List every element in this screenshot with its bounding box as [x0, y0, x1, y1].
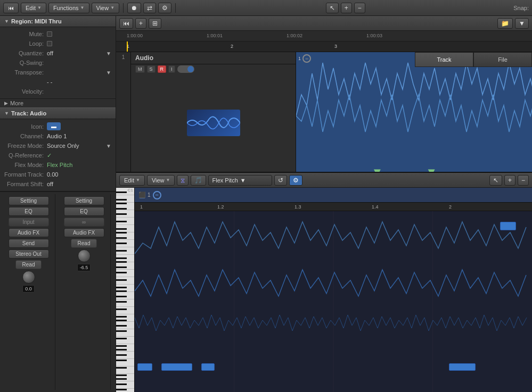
file-tab[interactable]: File: [473, 52, 532, 67]
note-block-3[interactable]: [201, 363, 215, 371]
pointer-tool-btn[interactable]: ↖: [489, 175, 502, 186]
rewind-btn[interactable]: ⏮: [3, 3, 19, 13]
filter-btn[interactable]: ⚙: [158, 3, 171, 13]
setting-btn-1[interactable]: Setting: [9, 196, 49, 205]
time-marker-3: 1:00:03: [366, 33, 382, 38]
note-block-1[interactable]: [137, 363, 152, 371]
algorithm-icon-btn[interactable]: ⧖: [177, 175, 189, 186]
editor-beat-ruler: 1 1.2 1.3 1.4 2: [135, 203, 532, 211]
audiofx-btn-2[interactable]: Audio FX: [64, 228, 104, 237]
arr-add-btn[interactable]: +: [135, 18, 146, 29]
track-collapse-icon[interactable]: ▼: [4, 111, 9, 116]
editor-view-btn[interactable]: View ▼: [147, 175, 175, 186]
channel-strip-2: Setting EQ ∞ Audio FX Read -6.5: [58, 194, 111, 390]
input-monitor-btn[interactable]: I: [168, 65, 175, 73]
velocity-row: Velocity:: [0, 87, 116, 96]
track-title: Track: Audio: [11, 110, 46, 116]
track-toggle[interactable]: [177, 65, 194, 73]
more-row[interactable]: ▶ More: [0, 99, 116, 107]
track-controls: M S R I: [131, 64, 296, 74]
track-number-col: 1: [116, 52, 131, 172]
mute-checkbox[interactable]: [47, 31, 52, 37]
loop-checkbox[interactable]: [47, 41, 52, 46]
arrangement-area: ⏮ + ⊞ 📁 ▼ 1:00:00 1:00:01 1:00:02 1:00:0…: [116, 16, 532, 173]
flex-mode-row: Flex Mode: Flex Pitch ◀: [0, 160, 116, 170]
audiofx-btn-1[interactable]: Audio FX: [9, 228, 49, 237]
note-block-2[interactable]: [161, 363, 192, 371]
functions-btn[interactable]: Functions ▼: [48, 3, 89, 13]
top-right-note[interactable]: [500, 222, 516, 230]
transpose-arrow-icon[interactable]: ▼: [106, 70, 111, 76]
eq-btn-1[interactable]: EQ: [9, 207, 49, 216]
cycle-btn[interactable]: ⇄: [143, 3, 156, 13]
view-arrow: ▼: [110, 5, 114, 10]
arr-folder-btn[interactable]: 📁: [497, 18, 513, 29]
send-btn-1[interactable]: Send: [9, 239, 49, 248]
editor-minus-btn[interactable]: −: [518, 175, 529, 186]
input-btn-1[interactable]: Input: [9, 218, 49, 227]
region-collapse-icon[interactable]: ▼: [4, 19, 9, 24]
capture-btn[interactable]: ⏺: [127, 3, 141, 13]
time-marker-0: 1:00:00: [127, 33, 143, 38]
quantize-row: Quantize: off ▼: [0, 48, 116, 58]
editor-track-num: 1: [148, 192, 151, 198]
editor-waveform-area: ⬛ 1 ∞ 1 1.2 1.3 1.4 2: [135, 188, 532, 392]
freeze-mode-arrow-icon[interactable]: ▼: [106, 143, 111, 149]
flex-pitch-label: Flex Pitch: [212, 177, 238, 184]
formant-shift-value: off: [47, 181, 53, 187]
track-header: ▼ Track: Audio: [0, 107, 116, 119]
algo-lock-btn[interactable]: 🎵: [191, 175, 206, 186]
track-properties: Icon: ▬ Channel: Audio 1 Freeze Mode: So…: [0, 119, 116, 191]
view-btn[interactable]: View ▼: [92, 3, 120, 13]
editor-plus-btn[interactable]: +: [504, 175, 515, 186]
eq-btn-2[interactable]: EQ: [64, 207, 104, 216]
piano-keyboard: C1: [116, 188, 135, 392]
automation-btn-1[interactable]: Read: [15, 260, 42, 269]
settings-btn[interactable]: ⚙: [289, 175, 302, 186]
arr-add2-btn[interactable]: ⊞: [149, 18, 161, 29]
quantize-arrow-icon[interactable]: ▼: [106, 51, 111, 56]
channel-strip-1: Setting EQ Input Audio FX Send Stereo Ou…: [2, 194, 55, 390]
volume-knob-1[interactable]: [22, 271, 35, 283]
channel-strips-area: Setting EQ Input Audio FX Send Stereo Ou…: [0, 191, 116, 392]
mute-track-btn[interactable]: M: [135, 65, 145, 73]
timeline-ruler: 1:00:00 1:00:01 1:00:02 1:00:03: [116, 31, 532, 41]
ruler-beat-14: 1.4: [372, 204, 379, 210]
waveform-display: [135, 211, 532, 392]
minus-btn[interactable]: −: [354, 3, 365, 13]
output-btn-1[interactable]: Stereo Out: [9, 249, 49, 258]
edit-btn[interactable]: Edit ▼: [21, 3, 46, 13]
pointer-btn[interactable]: ↖: [326, 3, 339, 13]
reset-btn[interactable]: ↺: [274, 175, 287, 186]
automation-btn-2[interactable]: Read: [71, 239, 97, 248]
arr-navigate-btn[interactable]: ⏮: [119, 18, 133, 29]
waveform-thumbnail: [187, 110, 240, 136]
plus-btn[interactable]: +: [341, 3, 352, 13]
track-num: 1: [122, 54, 125, 60]
loop-info: 1 ∞: [298, 54, 311, 63]
input-btn-2[interactable]: ∞: [64, 218, 104, 227]
setting-btn-2[interactable]: Setting: [64, 196, 104, 205]
editor-edit-btn[interactable]: Edit ▼: [119, 175, 145, 186]
loop-label: Loop:: [4, 40, 47, 47]
record-track-btn[interactable]: R: [158, 65, 167, 73]
arr-down-btn[interactable]: ▼: [515, 18, 529, 29]
solo-track-btn[interactable]: S: [147, 65, 155, 73]
track-tab[interactable]: Track: [415, 52, 473, 67]
more-label: More: [10, 100, 23, 106]
formant-track-label: Formant Track:: [4, 171, 47, 178]
flex-pitch-arrow: ▼: [240, 177, 246, 184]
channel-row: Channel: Audio 1: [0, 131, 116, 141]
q-reference-label: Q-Reference:: [4, 152, 47, 159]
track-waveform-content: 1 ∞ Track File: [296, 52, 532, 172]
editor-right-btns: ↖ + −: [489, 175, 529, 186]
volume-knob-2[interactable]: [78, 249, 91, 262]
region-properties: Mute: Loop: Quantize: off ▼ Q-Swing: Tra…: [0, 27, 116, 99]
beat-ruler: 1 2 3: [116, 41, 532, 52]
note-block-4[interactable]: [449, 363, 476, 371]
freeze-mode-label: Freeze Mode:: [4, 143, 47, 149]
quantize-value: off: [47, 50, 53, 56]
velocity-label: Velocity:: [4, 88, 47, 95]
track-thumbnail: [131, 74, 296, 172]
flex-pitch-selector[interactable]: Flex Pitch ▼: [208, 175, 272, 186]
